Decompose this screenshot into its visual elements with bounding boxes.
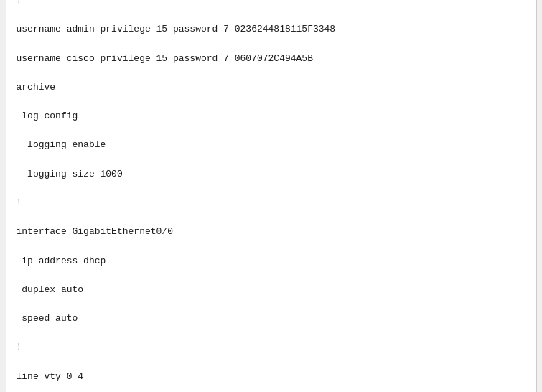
line-10: ! — [17, 0, 526, 8]
terminal-output: MASS-RTR#show running-config ! hostname … — [17, 0, 526, 392]
line-19: ip address dhcp — [17, 254, 526, 269]
line-16: logging size 1000 — [17, 167, 526, 182]
line-14: log config — [17, 109, 526, 123]
terminal-window: MASS-RTR#show running-config ! hostname … — [6, 0, 537, 392]
line-23: line vty 0 4 — [17, 370, 526, 384]
line-15: logging enable — [17, 138, 526, 152]
line-21: speed auto — [17, 312, 526, 326]
line-11: username admin privilege 15 password 7 0… — [17, 22, 526, 37]
line-20: duplex auto — [17, 283, 526, 297]
line-12: username cisco privilege 15 password 7 0… — [17, 52, 526, 66]
line-22: ! — [17, 340, 526, 355]
line-18: interface GigabitEthernet0/0 — [17, 225, 526, 239]
line-17: ! — [17, 196, 526, 210]
line-13: archive — [17, 80, 526, 95]
